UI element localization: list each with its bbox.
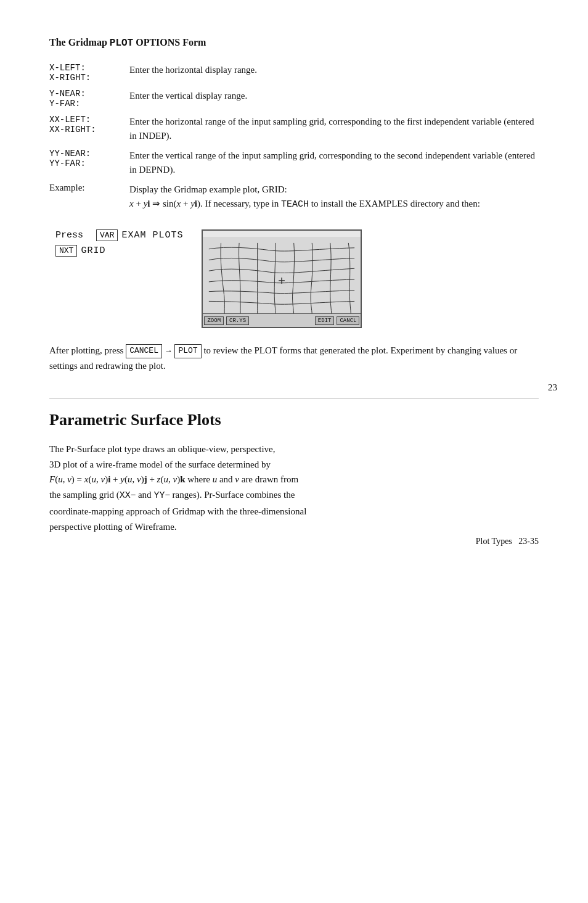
cmd-grid: GRID: [81, 245, 105, 256]
title-prefix: The Gridmap: [49, 37, 110, 47]
edit-btn[interactable]: EDIT: [315, 316, 335, 325]
footer-page: 23-35: [518, 537, 539, 546]
option-desc-xleft: Enter the horizontal display range.: [129, 60, 539, 86]
press-commands: Press VAR EXAM PLOTS NXT GRID: [55, 229, 183, 257]
after-plot-before: After plotting, press: [49, 345, 126, 355]
footer: Plot Types 23-35: [476, 537, 539, 546]
option-desc-ynear: Enter the vertical display range.: [129, 86, 539, 112]
plot-key: PLOT: [174, 344, 201, 358]
parametric-title: Parametric Surface Plots: [49, 411, 539, 429]
crys-btn[interactable]: CR.YS: [226, 316, 249, 325]
zoom-btn[interactable]: ZOOM: [204, 316, 224, 325]
option-key-yynear: YY-NEAR:YY-FAR:: [49, 146, 129, 179]
title-plot: PLOT: [110, 38, 133, 49]
option-key-xleft: X-LEFT:X-RIGHT:: [49, 60, 129, 86]
arrow-symbol: →: [165, 346, 173, 355]
table-row: X-LEFT:X-RIGHT: Enter the horizontal dis…: [49, 60, 539, 86]
parametric-body: The Pr-Surface plot type draws an obliqu…: [49, 442, 539, 535]
option-desc-xxleft: Enter the horizontal range of the input …: [129, 112, 539, 146]
table-row: Y-NEAR:Y-FAR: Enter the vertical display…: [49, 86, 539, 112]
cmd-line-1: Press VAR EXAM PLOTS: [55, 229, 183, 241]
option-desc-yynear: Enter the vertical range of the input sa…: [129, 146, 539, 179]
grid-svg: [203, 231, 361, 327]
section-title: The Gridmap PLOT OPTIONS Form: [49, 37, 539, 49]
grid-toolbar: ZOOM CR.YS EDIT CANCL: [203, 313, 361, 327]
option-key-ynear: Y-NEAR:Y-FAR:: [49, 86, 129, 112]
nxt-key: NXT: [55, 245, 77, 257]
after-plot-text: After plotting, press CANCEL → PLOT to r…: [49, 343, 539, 373]
cmd-exam-plots: EXAM PLOTS: [121, 230, 183, 241]
page-number: 23: [548, 382, 557, 393]
table-row: Example: Display the Gridmap example plo…: [49, 179, 539, 215]
footer-label: Plot Types: [476, 537, 512, 546]
press-label: Press: [55, 230, 83, 241]
cancel-key: CANCEL: [126, 344, 162, 358]
title-suffix: OPTIONS Form: [133, 37, 206, 47]
options-table: X-LEFT:X-RIGHT: Enter the horizontal dis…: [49, 60, 539, 215]
option-key-xxleft: XX-LEFT:XX-RIGHT:: [49, 112, 129, 146]
option-desc-example: Display the Gridmap example plot, GRID: …: [129, 179, 539, 215]
cmd-line-2: NXT GRID: [55, 245, 183, 257]
grid-plot-image: ZOOM CR.YS EDIT CANCL: [202, 229, 362, 328]
table-row: XX-LEFT:XX-RIGHT: Enter the horizontal r…: [49, 112, 539, 146]
parametric-section: Parametric Surface Plots The Pr-Surface …: [49, 398, 539, 535]
press-block: Press VAR EXAM PLOTS NXT GRID: [55, 229, 539, 328]
table-row: YY-NEAR:YY-FAR: Enter the vertical range…: [49, 146, 539, 179]
var-key: VAR: [96, 229, 118, 241]
option-key-example: Example:: [49, 179, 129, 215]
cancl-btn[interactable]: CANCL: [337, 316, 359, 325]
page: The Gridmap PLOT OPTIONS Form X-LEFT:X-R…: [0, 0, 588, 571]
